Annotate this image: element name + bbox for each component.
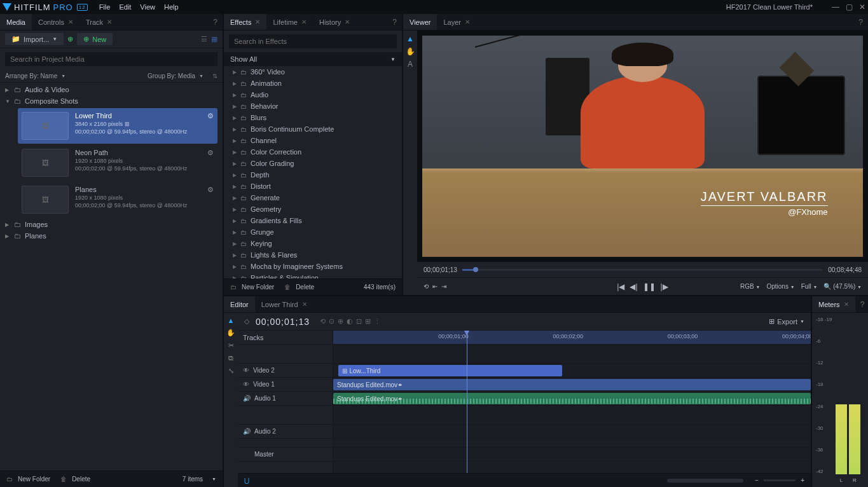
effect-category[interactable]: ▶🗀Grunge <box>224 226 402 238</box>
menu-file[interactable]: File <box>99 3 111 11</box>
in-point-icon[interactable]: ⇤ <box>432 283 437 290</box>
loop-icon[interactable]: ⟲ <box>424 283 429 290</box>
close-icon[interactable]: ✕ <box>844 301 849 308</box>
speaker-icon[interactable]: 🔊 <box>243 428 251 435</box>
panel-help-icon[interactable]: ? <box>387 18 402 27</box>
close-icon[interactable]: ✕ <box>345 18 350 25</box>
tab-editor[interactable]: Editor <box>224 296 255 312</box>
prev-frame-icon[interactable]: ◀| <box>630 282 637 291</box>
speaker-icon[interactable]: 🔊 <box>243 395 251 402</box>
magnet-icon[interactable]: ⋃ <box>244 477 249 484</box>
tl-tool-icon[interactable]: ⟲ <box>320 317 326 326</box>
effect-category[interactable]: ▶🗀Gradients & Fills <box>224 215 402 226</box>
grid-view-icon[interactable]: ▦ <box>211 35 217 43</box>
folder-images[interactable]: ▶🗀Images <box>0 219 223 230</box>
folder-audio-video[interactable]: ▶🗀Audio & Video <box>0 84 223 95</box>
tab-lower-third[interactable]: Lower Third✕ <box>255 296 313 312</box>
playhead[interactable] <box>467 331 467 473</box>
panel-help-icon[interactable]: ? <box>855 300 868 309</box>
effect-category[interactable]: ▶🗀Mocha by Imagineer Systems <box>224 261 402 272</box>
quality-dropdown[interactable]: Full ▼ <box>801 283 818 290</box>
close-icon[interactable]: ✕ <box>107 18 112 25</box>
timeline-ruler[interactable]: 00;00;01;00 00;00;02;00 00;00;03;00 00;0… <box>333 331 811 345</box>
track-master[interactable]: Master <box>238 448 333 462</box>
import-button[interactable]: 📁Import...▼ <box>5 33 64 45</box>
tl-tool-icon[interactable]: ◐ <box>347 317 353 326</box>
panel-help-icon[interactable]: ? <box>208 18 223 27</box>
next-frame-icon[interactable]: |▶ <box>661 282 668 291</box>
hand-tool-icon[interactable]: ✋ <box>226 329 235 337</box>
rgb-dropdown[interactable]: RGB ▼ <box>740 283 760 290</box>
new-folder-button[interactable]: New Folder <box>242 284 274 291</box>
media-search-input[interactable] <box>5 52 217 66</box>
delete-button[interactable]: Delete <box>296 284 314 291</box>
menu-help[interactable]: Help <box>164 3 179 11</box>
tab-viewer[interactable]: Viewer <box>403 14 437 30</box>
tl-tool-icon[interactable]: ⋮ <box>374 317 381 326</box>
tab-lifetime[interactable]: Lifetime✕ <box>266 14 313 30</box>
eye-icon[interactable]: 👁 <box>243 367 249 374</box>
arrange-dropdown[interactable]: Arrange By: Name <box>5 72 57 79</box>
slice-tool-icon[interactable]: ✂ <box>228 341 234 350</box>
track-video-1[interactable]: 👁Video 1 <box>238 378 333 392</box>
pointer-tool-icon[interactable]: ▲ <box>228 317 235 324</box>
zoom-out-icon[interactable]: − <box>755 477 759 484</box>
zoom-in-icon[interactable]: + <box>801 477 804 484</box>
timeline-timecode[interactable]: 00;00;01;13 <box>256 317 310 327</box>
tab-layer[interactable]: Layer✕ <box>437 14 476 30</box>
media-card-lower-third[interactable]: 🖼 Lower Third 3840 x 2160 pixels ⊞ 00;00… <box>18 108 217 144</box>
close-icon[interactable]: ✕ <box>301 18 307 25</box>
effect-category[interactable]: ▶🗀Audio <box>224 89 402 100</box>
new-folder-button[interactable]: New Folder <box>18 476 50 483</box>
effect-category[interactable]: ▶🗀Lights & Flares <box>224 249 402 261</box>
menu-view[interactable]: View <box>140 3 155 11</box>
media-card-planes[interactable]: 🖼 Planes 1920 x 1080 pixels 00;00;02;00 … <box>18 182 217 217</box>
playhead-scrubber[interactable] <box>462 269 823 271</box>
pointer-tool-icon[interactable]: ▲ <box>406 34 414 43</box>
play-pause-icon[interactable]: ❚❚ <box>643 282 656 291</box>
new-button[interactable]: ⊕New <box>77 33 113 45</box>
effect-category[interactable]: ▶🗀Generate <box>224 192 402 203</box>
hand-tool-icon[interactable]: ✋ <box>406 47 415 56</box>
delete-button[interactable]: Delete <box>72 476 90 483</box>
effect-category[interactable]: ▶🗀Geometry <box>224 203 402 215</box>
zoom-slider[interactable] <box>764 479 796 481</box>
effect-category[interactable]: ▶🗀Particles & Simulation <box>224 272 402 278</box>
sort-icon[interactable]: ⇅ <box>212 72 217 79</box>
out-point-icon[interactable]: ⇥ <box>441 283 446 290</box>
goto-start-icon[interactable]: |◀ <box>617 282 624 291</box>
chevron-down-icon[interactable]: ▼ <box>212 477 216 481</box>
effect-category[interactable]: ▶🗀Keying <box>224 238 402 249</box>
effect-category[interactable]: ▶🗀Distort <box>224 181 402 192</box>
tl-tool-icon[interactable]: ⊕ <box>338 317 343 326</box>
tab-track[interactable]: Track✕ <box>79 14 118 30</box>
list-view-icon[interactable]: ☰ <box>201 35 207 43</box>
group-dropdown[interactable]: Group By: Media <box>148 72 195 79</box>
timeline-tracks-area[interactable]: 00;00;01;00 00;00;02;00 00;00;03;00 00;0… <box>333 331 811 473</box>
add-icon[interactable]: ⊕ <box>67 35 73 43</box>
folder-planes[interactable]: ▶🗀Planes <box>0 230 223 242</box>
panel-help-icon[interactable]: ? <box>853 18 868 27</box>
effect-category[interactable]: ▶🗀Animation <box>224 78 402 89</box>
minimize-button[interactable]: — <box>832 3 839 11</box>
effect-category[interactable]: ▶🗀Channel <box>224 135 402 146</box>
close-icon[interactable]: ✕ <box>255 18 260 25</box>
effect-category[interactable]: ▶🗀Depth <box>224 169 402 181</box>
text-tool-icon[interactable]: A <box>408 60 413 69</box>
effects-search-input[interactable] <box>229 34 397 48</box>
close-icon[interactable]: ✕ <box>68 18 73 25</box>
media-card-neon-path[interactable]: 🖼 Neon Path 1920 x 1080 pixels 00;00;02;… <box>18 145 217 181</box>
gear-icon[interactable]: ⚙ <box>207 149 214 157</box>
clip-video-standups[interactable]: Standups Edited.mov ⚭ <box>333 379 811 390</box>
close-icon[interactable]: ✕ <box>465 18 470 25</box>
tab-meters[interactable]: Meters✕ <box>812 296 855 312</box>
viewer-video-frame[interactable]: JAVERT VALBARR @FXhome <box>422 36 863 257</box>
folder-composite-shots[interactable]: ▼🗀Composite Shots <box>0 95 223 107</box>
effect-category[interactable]: ▶🗀Color Grading <box>224 158 402 169</box>
export-button[interactable]: ⊞Export ▼ <box>769 317 804 326</box>
tab-history[interactable]: History✕ <box>313 14 356 30</box>
gear-icon[interactable]: ⚙ <box>207 186 214 194</box>
clip-audio-standups[interactable]: Standups Edited.mov ⚭ <box>333 393 811 404</box>
rate-tool-icon[interactable]: ⤡ <box>228 367 234 375</box>
effects-showall-dropdown[interactable]: Show All▼ <box>224 52 402 66</box>
